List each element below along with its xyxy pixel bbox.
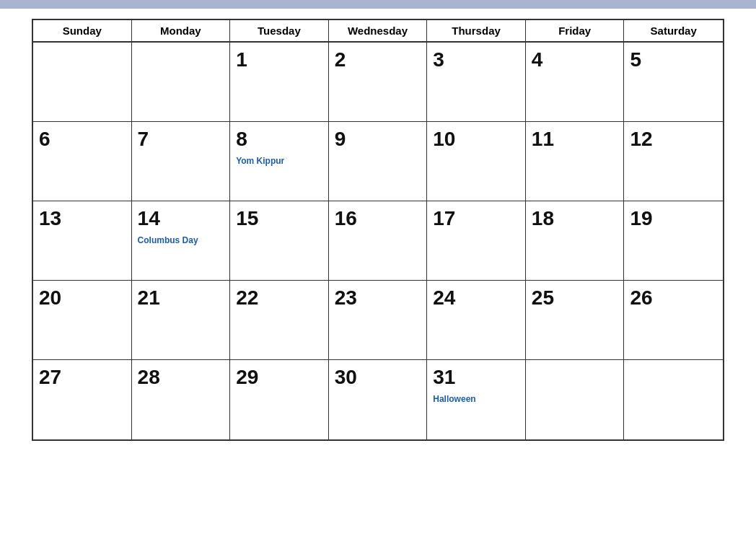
calendar-cell: 6	[33, 122, 132, 201]
day-number: 17	[433, 207, 519, 230]
holiday-label: Halloween	[433, 394, 475, 404]
day-number: 25	[532, 286, 618, 310]
calendar-cell: 24	[427, 281, 526, 360]
day-number: 1	[236, 48, 322, 71]
calendar-cell: 9	[329, 122, 428, 201]
day-number: 13	[39, 207, 126, 230]
calendar-cell: 15	[230, 201, 329, 281]
calendar-cell: 28	[132, 360, 231, 439]
day-number: 16	[335, 207, 421, 230]
day-number: 26	[630, 286, 717, 310]
day-number: 4	[532, 48, 618, 71]
calendar-cell: 3	[427, 43, 526, 122]
day-number: 7	[138, 128, 224, 151]
calendar-cell	[33, 43, 132, 122]
calendar-cell: 13	[33, 201, 132, 281]
calendar-cell: 11	[526, 122, 625, 201]
day-number: 19	[630, 207, 717, 230]
calendar-cell: 20	[33, 281, 132, 360]
calendar-cell: 14Columbus Day	[132, 201, 231, 281]
day-number: 8	[236, 128, 322, 151]
header-cell-sunday: Sunday	[33, 20, 132, 41]
day-number: 20	[39, 286, 126, 310]
header-cell-wednesday: Wednesday	[329, 20, 428, 41]
calendar-cell: 23	[329, 281, 428, 360]
calendar-cell: 26	[624, 281, 723, 360]
calendar-cell: 30	[329, 360, 428, 439]
day-number: 12	[630, 128, 717, 151]
day-number: 10	[433, 128, 519, 151]
day-number: 29	[236, 366, 322, 389]
day-number: 18	[532, 207, 618, 230]
calendar-cell: 5	[624, 43, 723, 122]
day-number: 27	[39, 366, 126, 389]
calendar-cell	[526, 360, 625, 439]
day-number: 6	[39, 128, 126, 151]
calendar-body: 12345678Yom Kippur91011121314Columbus Da…	[33, 43, 723, 439]
calendar-cell: 17	[427, 201, 526, 281]
calendar-cell	[624, 360, 723, 439]
calendar-cell: 12	[624, 122, 723, 201]
day-number: 9	[335, 128, 421, 151]
calendar-cell: 8Yom Kippur	[230, 122, 329, 201]
day-number: 2	[335, 48, 421, 71]
header-cell-tuesday: Tuesday	[230, 20, 329, 41]
calendar-cell: 19	[624, 201, 723, 281]
calendar-header: SundayMondayTuesdayWednesdayThursdayFrid…	[33, 20, 723, 43]
header-cell-thursday: Thursday	[427, 20, 526, 41]
calendar-cell: 21	[132, 281, 231, 360]
day-number: 28	[138, 366, 224, 389]
holiday-label: Yom Kippur	[236, 156, 284, 166]
calendar-cell: 7	[132, 122, 231, 201]
calendar-cell: 27	[33, 360, 132, 439]
day-number: 3	[433, 48, 519, 71]
header-cell-monday: Monday	[132, 20, 231, 41]
day-number: 5	[630, 48, 717, 71]
calendar-cell	[132, 43, 231, 122]
calendar-cell: 22	[230, 281, 329, 360]
calendar-cell: 29	[230, 360, 329, 439]
day-number: 30	[335, 366, 421, 389]
day-number: 22	[236, 286, 322, 310]
calendar-cell: 4	[526, 43, 625, 122]
holiday-label: Columbus Day	[138, 235, 198, 245]
day-number: 11	[532, 128, 618, 151]
calendar-cell: 2	[329, 43, 428, 122]
header-cell-friday: Friday	[526, 20, 625, 41]
day-number: 15	[236, 207, 322, 230]
day-number: 14	[138, 207, 224, 230]
calendar-cell: 25	[526, 281, 625, 360]
day-number: 21	[138, 286, 224, 310]
top-banner	[0, 0, 756, 9]
calendar-cell: 10	[427, 122, 526, 201]
calendar-cell: 18	[526, 201, 625, 281]
day-number: 23	[335, 286, 421, 310]
calendar-cell: 31Halloween	[427, 360, 526, 439]
day-number: 31	[433, 366, 519, 389]
calendar-cell: 16	[329, 201, 428, 281]
calendar-cell: 1	[230, 43, 329, 122]
header-cell-saturday: Saturday	[624, 20, 723, 41]
calendar: SundayMondayTuesdayWednesdayThursdayFrid…	[32, 19, 724, 441]
day-number: 24	[433, 286, 519, 310]
